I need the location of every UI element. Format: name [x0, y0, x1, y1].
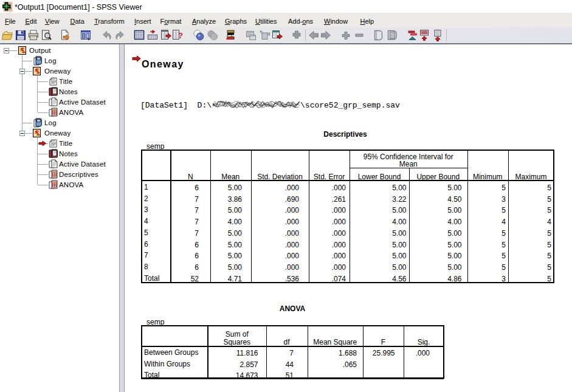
- svg-text:?: ?: [178, 31, 183, 40]
